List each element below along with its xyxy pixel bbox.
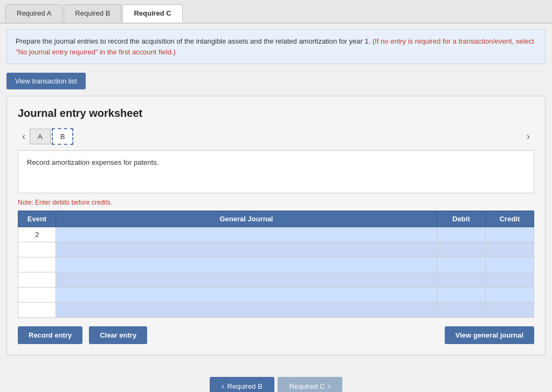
- prev-arrow-icon: ‹: [222, 382, 224, 390]
- event-cell-5: [18, 288, 56, 303]
- nav-row: ‹ A B ›: [18, 128, 534, 145]
- table-row: [18, 257, 534, 272]
- clear-entry-button[interactable]: Clear entry: [89, 326, 147, 344]
- table-row: [18, 303, 534, 318]
- journal-cell-3[interactable]: [56, 257, 437, 272]
- debit-cell-2[interactable]: [437, 242, 486, 257]
- header-general-journal: General Journal: [56, 211, 437, 227]
- journal-input-4[interactable]: [56, 272, 437, 287]
- journal-table: Event General Journal Debit Credit 2: [18, 211, 534, 318]
- credit-input-4[interactable]: [486, 272, 534, 287]
- table-row: 2: [18, 227, 534, 242]
- event-cell-2: [18, 242, 56, 257]
- debit-input-3[interactable]: [437, 257, 485, 272]
- prev-nav-label: Required B: [227, 382, 263, 390]
- debit-cell-5[interactable]: [437, 288, 486, 303]
- credit-cell-4[interactable]: [486, 272, 534, 288]
- header-debit: Debit: [437, 211, 486, 227]
- nav-next-arrow[interactable]: ›: [522, 129, 534, 144]
- credit-input-2[interactable]: [486, 242, 534, 257]
- tab-required-b[interactable]: Required B: [64, 4, 121, 23]
- record-entry-button[interactable]: Record entry: [18, 326, 82, 344]
- journal-input-1[interactable]: [56, 227, 437, 242]
- journal-cell-5[interactable]: [56, 288, 437, 303]
- credit-input-3[interactable]: [486, 257, 534, 272]
- worksheet-title: Journal entry worksheet: [18, 107, 534, 120]
- header-credit: Credit: [486, 211, 534, 227]
- note-text: Note: Enter debits before credits.: [18, 199, 534, 206]
- credit-cell-3[interactable]: [486, 257, 534, 272]
- view-general-journal-button[interactable]: View general journal: [445, 326, 534, 344]
- next-nav-label: Required C: [289, 382, 325, 390]
- worksheet-container: Journal entry worksheet ‹ A B › Record a…: [6, 96, 546, 355]
- credit-cell-2[interactable]: [486, 242, 534, 257]
- journal-input-2[interactable]: [56, 242, 437, 257]
- tab-required-a[interactable]: Required A: [5, 4, 63, 23]
- journal-input-6[interactable]: [56, 303, 437, 317]
- next-nav-button[interactable]: Required C ›: [278, 377, 342, 392]
- debit-cell-4[interactable]: [437, 272, 486, 288]
- nav-tab-a[interactable]: A: [30, 129, 51, 144]
- buttons-row: Record entry Clear entry View general jo…: [18, 326, 534, 344]
- credit-input-6[interactable]: [486, 303, 534, 317]
- table-row: [18, 272, 534, 288]
- journal-cell-2[interactable]: [56, 242, 437, 257]
- description-text: Record amortization expenses for patents…: [27, 158, 158, 166]
- view-transaction-button[interactable]: View transaction list: [6, 73, 86, 89]
- credit-cell-5[interactable]: [486, 288, 534, 303]
- debit-cell-3[interactable]: [437, 257, 486, 272]
- bottom-nav: ‹ Required B Required C ›: [0, 366, 552, 392]
- info-box: Prepare the journal entries to record th…: [6, 29, 546, 64]
- journal-cell-1[interactable]: [56, 227, 437, 242]
- nav-tab-b[interactable]: B: [52, 128, 74, 145]
- event-cell-6: [18, 303, 56, 318]
- debit-input-2[interactable]: [437, 242, 485, 257]
- tab-required-c[interactable]: Required C: [122, 4, 182, 23]
- debit-input-6[interactable]: [437, 303, 485, 317]
- tabs-bar: Required A Required B Required C: [0, 0, 552, 24]
- header-event: Event: [18, 211, 56, 227]
- debit-input-5[interactable]: [437, 288, 485, 302]
- debit-input-4[interactable]: [437, 272, 485, 287]
- event-cell-1: 2: [18, 227, 56, 242]
- debit-input-1[interactable]: [437, 227, 485, 242]
- credit-cell-6[interactable]: [486, 303, 534, 318]
- debit-cell-6[interactable]: [437, 303, 486, 318]
- next-arrow-icon: ›: [328, 382, 330, 390]
- table-row: [18, 242, 534, 257]
- credit-cell-1[interactable]: [486, 227, 534, 242]
- journal-input-5[interactable]: [56, 288, 437, 302]
- journal-cell-4[interactable]: [56, 272, 437, 288]
- info-text: Prepare the journal entries to record th…: [16, 37, 370, 45]
- journal-input-3[interactable]: [56, 257, 437, 272]
- event-cell-3: [18, 257, 56, 272]
- journal-cell-6[interactable]: [56, 303, 437, 318]
- table-row: [18, 288, 534, 303]
- description-box: Record amortization expenses for patents…: [18, 150, 534, 193]
- prev-nav-button[interactable]: ‹ Required B: [210, 377, 274, 392]
- nav-prev-arrow[interactable]: ‹: [18, 129, 30, 144]
- credit-input-1[interactable]: [486, 227, 534, 242]
- credit-input-5[interactable]: [486, 288, 534, 302]
- debit-cell-1[interactable]: [437, 227, 486, 242]
- event-cell-4: [18, 272, 56, 288]
